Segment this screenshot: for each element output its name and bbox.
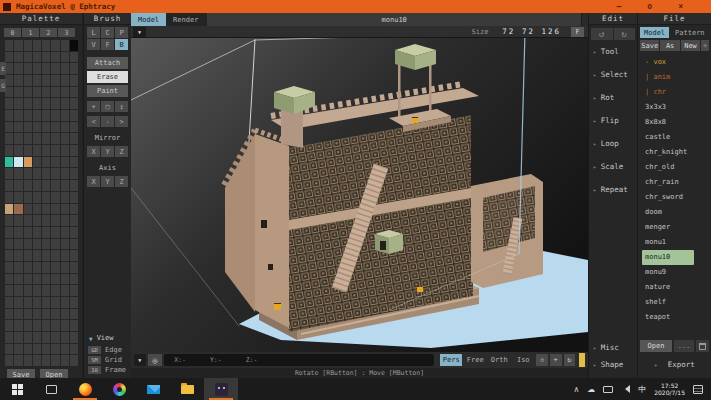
palette-cell[interactable] (42, 215, 50, 226)
palette-cell[interactable] (70, 285, 78, 296)
palette-cell[interactable] (51, 145, 59, 156)
file-add-button[interactable]: + (701, 40, 709, 51)
shape-row[interactable]: ▸ Shape (589, 360, 637, 369)
palette-cell[interactable] (5, 215, 13, 226)
palette-cell[interactable] (70, 355, 78, 366)
palette-cell[interactable] (24, 122, 32, 133)
palette-cell[interactable] (51, 355, 59, 366)
file-item-chrknight[interactable]: chr_knight (642, 145, 711, 160)
palette-cell[interactable] (61, 239, 69, 250)
palette-cell[interactable] (70, 215, 78, 226)
taskbar-file-explorer[interactable] (170, 378, 204, 400)
palette-cell[interactable] (24, 274, 32, 285)
palette-cell[interactable] (5, 320, 13, 331)
palette-cell[interactable] (5, 75, 13, 86)
palette-cell[interactable] (61, 40, 69, 51)
palette-cell[interactable] (61, 192, 69, 203)
palette-cell[interactable] (33, 215, 41, 226)
maximize-button[interactable]: o (647, 2, 652, 11)
palette-cell[interactable] (42, 332, 50, 343)
palette-cell[interactable] (24, 262, 32, 273)
palette-cell[interactable] (5, 40, 13, 51)
palette-cell[interactable] (33, 63, 41, 74)
palette-cell[interactable] (33, 168, 41, 179)
palette-cell[interactable] (51, 204, 59, 215)
palette-cell[interactable] (24, 204, 32, 215)
palette-cell[interactable] (5, 250, 13, 261)
palette-cell[interactable] (14, 204, 22, 215)
scrollbar[interactable] (581, 13, 588, 26)
palette-cell[interactable] (51, 320, 59, 331)
file-item-nature[interactable]: nature (642, 280, 711, 295)
palette-cell[interactable] (5, 110, 13, 121)
palette-cell[interactable] (14, 87, 22, 98)
palette-cell[interactable] (5, 122, 13, 133)
palette-cell[interactable] (33, 145, 41, 156)
palette-cell[interactable] (5, 239, 13, 250)
file-item-teapot[interactable]: teapot (642, 310, 711, 325)
viewport-3d-scene[interactable] (131, 38, 588, 352)
palette-cell[interactable] (24, 355, 32, 366)
camera-mode-orth[interactable]: Orth (488, 354, 510, 366)
start-button[interactable] (0, 378, 34, 400)
palette-cell[interactable] (14, 262, 22, 273)
taskbar-firefox[interactable] (68, 378, 102, 400)
edit-item-repeat[interactable]: ▸Repeat (589, 178, 637, 201)
palette-side-tab-e[interactable]: E (0, 62, 6, 75)
reset-view-icon[interactable]: ↻ (564, 354, 576, 366)
palette-cell[interactable] (70, 309, 78, 320)
palette-cell[interactable] (42, 63, 50, 74)
palette-cell[interactable] (70, 204, 78, 215)
fit-button[interactable]: F (571, 27, 584, 37)
axes-toggle-icon[interactable]: + (550, 354, 562, 366)
camera-mode-iso[interactable]: Iso (512, 354, 534, 366)
palette-cell[interactable] (70, 192, 78, 203)
palette-cell[interactable] (33, 227, 41, 238)
palette-cell[interactable] (14, 250, 22, 261)
palette-cell[interactable] (24, 75, 32, 86)
palette-cell[interactable] (51, 168, 59, 179)
palette-cell[interactable] (14, 157, 22, 168)
brush-mode-c[interactable]: C (101, 27, 114, 38)
brush-nav-next[interactable]: > (115, 116, 128, 127)
palette-cell[interactable] (51, 309, 59, 320)
palette-cell[interactable] (42, 285, 50, 296)
palette-cell[interactable] (5, 63, 13, 74)
tray-volume-icon[interactable] (621, 385, 630, 393)
palette-cell[interactable] (42, 180, 50, 191)
palette-cell[interactable] (70, 40, 78, 51)
file-item-monu1[interactable]: monu1 (642, 235, 711, 250)
palette-cell[interactable] (24, 332, 32, 343)
camera-icon[interactable]: ◎ (148, 354, 163, 366)
tray-chevron-up-icon[interactable]: ∧ (573, 385, 579, 394)
tab-render[interactable]: Render (166, 13, 205, 26)
palette-cell[interactable] (51, 75, 59, 86)
marquee-icon[interactable]: ▢ (101, 101, 114, 112)
palette-cell[interactable] (61, 180, 69, 191)
palette-cell[interactable] (14, 227, 22, 238)
palette-cell[interactable] (14, 192, 22, 203)
palette-cell[interactable] (24, 320, 32, 331)
file-item-chr[interactable]: | chr (642, 85, 711, 100)
edit-item-flip[interactable]: ▸Flip (589, 109, 637, 132)
palette-cell[interactable] (14, 274, 22, 285)
palette-cell[interactable] (14, 180, 22, 191)
palette-cell[interactable] (51, 180, 59, 191)
palette-tab-2[interactable]: 2 (40, 28, 57, 37)
palette-cell[interactable] (42, 262, 50, 273)
palette-cell[interactable] (51, 239, 59, 250)
palette-cell[interactable] (42, 239, 50, 250)
palette-cell[interactable] (42, 204, 50, 215)
palette-cell[interactable] (70, 332, 78, 343)
palette-cell[interactable] (24, 133, 32, 144)
palette-cell[interactable] (70, 157, 78, 168)
palette-cell[interactable] (70, 110, 78, 121)
viewport-dropdown-icon[interactable]: ▼ (133, 27, 146, 37)
palette-cell[interactable] (70, 180, 78, 191)
palette-cell[interactable] (24, 192, 32, 203)
palette-cell[interactable] (5, 180, 13, 191)
palette-cell[interactable] (5, 204, 13, 215)
palette-cell[interactable] (42, 122, 50, 133)
palette-cell[interactable] (24, 87, 32, 98)
palette-cell[interactable] (61, 204, 69, 215)
